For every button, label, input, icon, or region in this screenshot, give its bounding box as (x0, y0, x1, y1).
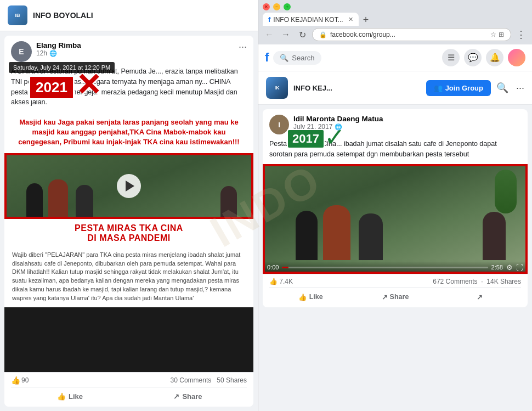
right-share-label: Share (390, 293, 409, 301)
comments-count: 30 Comments (171, 376, 212, 384)
pesta-title-line2: DI MASA PANDEMI (13, 233, 245, 243)
right-post: I Idil Maronta Daeng Matua July 21, 2017… (263, 109, 528, 307)
left-header-title: INFO BOYOLALI (33, 11, 93, 20)
new-tab-button[interactable]: + (360, 14, 372, 26)
search-placeholder: Search (292, 54, 314, 62)
join-group-label: Join Group (445, 84, 483, 92)
post-more[interactable]: ··· (239, 41, 247, 53)
right-comments: 672 Comments (433, 278, 477, 285)
right-reactions-count: 7.4K (279, 278, 293, 285)
right-external-button[interactable]: ↗ (439, 290, 521, 304)
bookmark-icon[interactable]: ☆ (490, 31, 496, 38)
x-mark: ✕ (76, 70, 101, 100)
post-meta: Elang Rimba 12h 🌐 (36, 41, 234, 57)
post-body-text: Wajib diberi "PELAJARAN" para TKA cina p… (4, 247, 253, 308)
left-post-container: E Elang Rimba 12h 🌐 ··· Saturday, July 2… (4, 36, 253, 407)
bell-icon[interactable]: 🔔 (486, 49, 503, 66)
post-footer: 👍 90 30 Comments 50 Shares 👍 Like (4, 372, 253, 407)
group-icon-left: IB (8, 5, 27, 25)
post-author: Elang Rimba (36, 41, 234, 49)
right-figure-3 (359, 213, 383, 260)
right-share-button[interactable]: ↗ Share (354, 290, 436, 304)
share-icon: ↗ (173, 392, 179, 401)
like-button[interactable]: 👍 Like (11, 390, 129, 403)
plant-deco (495, 170, 517, 213)
refresh-button[interactable]: ↻ (296, 28, 309, 41)
right-figure-4 (483, 212, 506, 260)
facebook-tab-icon: f (268, 15, 270, 24)
video-overlay: 0:00 2:58 ⚙ ⛶ (263, 261, 528, 274)
url-text: facebook.com/group... (330, 31, 487, 38)
year-badge-green: 2017 (287, 129, 325, 149)
facebook-logo: f (265, 50, 269, 65)
user-avatar[interactable] (508, 49, 525, 66)
like-icon: 👍 (57, 392, 66, 401)
right-like-label: Like (309, 293, 323, 301)
play-button[interactable] (117, 174, 141, 198)
video-settings-icon[interactable]: ⚙ (506, 263, 513, 272)
group-search-button[interactable]: 🔍 (496, 82, 508, 94)
browser-tab-active[interactable]: f INFO KEJADIAN KOT... ✕ (263, 13, 359, 26)
url-bar-icons: ☆ ⊞ (490, 31, 504, 38)
reactions-bar: 👍 90 30 Comments 50 Shares (11, 376, 247, 385)
maximize-button[interactable]: + (284, 3, 291, 10)
fb-content: f 🔍 Search ☰ 💬 🔔 IK INFO KEJ... (258, 44, 532, 411)
right-like-button[interactable]: 👍 Like (269, 290, 352, 304)
right-figure-2 (323, 205, 350, 260)
video-progress-fill (282, 267, 288, 268)
reactions-icons: 👍 90 (11, 376, 29, 385)
join-icon: 👥 (434, 84, 443, 92)
right-video-thumbnail[interactable]: 0:00 2:58 ⚙ ⛶ (263, 164, 528, 274)
right-shares: 14K Shares (486, 278, 521, 285)
post-header: E Elang Rimba 12h 🌐 ··· Saturday, July 2… (4, 36, 253, 65)
browser-more-button[interactable]: ⋮ (514, 28, 528, 41)
search-icon: 🔍 (280, 54, 288, 62)
extension-icon[interactable]: ⊞ (499, 31, 504, 38)
like-reaction: 👍 (269, 278, 278, 285)
video-progress-bar[interactable] (282, 267, 488, 268)
like-reaction-icon: 👍 (11, 376, 20, 385)
pesta-title-line1: PESTA MIRAS TKA CINA (13, 223, 245, 233)
join-group-button[interactable]: 👥 Join Group (426, 80, 491, 96)
check-mark: ✓ (324, 125, 346, 150)
tab-close-icon[interactable]: ✕ (348, 16, 353, 23)
fb-search-box[interactable]: 🔍 Search (273, 51, 321, 65)
close-button[interactable]: ✕ (263, 3, 270, 10)
video-time: 0:00 (267, 264, 279, 271)
year-badge-red: 2021 (29, 75, 75, 100)
red-banner-text: Masjid kau Jaga pakai senjata laras panj… (13, 117, 245, 148)
messenger-icon[interactable]: 💬 (464, 49, 482, 66)
right-action-bar: 👍 Like ↗ Share ↗ (269, 288, 521, 304)
post-image-card: Masjid kau Jaga pakai senjata laras panj… (4, 112, 253, 372)
right-avatar: I (269, 115, 289, 134)
shares-count: 50 Shares (217, 376, 247, 384)
share-button[interactable]: ↗ Share (129, 390, 247, 403)
action-bar: 👍 Like ↗ Share (11, 387, 247, 403)
right-post-author: Idil Maronta Daeng Matua (293, 115, 521, 123)
like-label: Like (69, 392, 83, 401)
left-panel: IB INFO BOYOLALI E Elang Rimba 12h 🌐 ···… (0, 0, 258, 411)
red-text-banner: Masjid kau Jaga pakai senjata laras panj… (4, 112, 253, 153)
right-panel: ✕ − + f INFO KEJADIAN KOT... ✕ + ← → ↻ 🔒… (258, 0, 532, 411)
browser-chrome: ✕ − + f INFO KEJADIAN KOT... ✕ + ← → ↻ 🔒… (258, 0, 532, 44)
menu-icon[interactable]: ☰ (442, 49, 460, 66)
back-button[interactable]: ← (263, 28, 276, 41)
forward-button[interactable]: → (279, 28, 292, 41)
right-reactions-left: 👍 7.4K (269, 278, 293, 285)
tab-title: INFO KEJADIAN KOT... (273, 16, 343, 24)
right-like-icon: 👍 (298, 293, 307, 301)
browser-titlebar: ✕ − + (258, 0, 532, 13)
right-reactions: 👍 7.4K 672 Comments · 14K Shares (269, 278, 521, 285)
fullscreen-icon[interactable]: ⛶ (516, 263, 523, 272)
minimize-button[interactable]: − (273, 3, 280, 10)
right-figure-1 (296, 211, 318, 260)
comments-shares: 30 Comments 50 Shares (171, 376, 247, 384)
globe-icon: 🌐 (49, 50, 57, 57)
avatar: E (11, 41, 32, 62)
video-thumbnail-left[interactable] (4, 153, 253, 219)
url-bar[interactable]: 🔒 facebook.com/group... ☆ ⊞ (312, 28, 511, 41)
group-more-button[interactable]: ··· (516, 82, 524, 94)
share-label: Share (182, 392, 202, 401)
right-post-header: I Idil Maronta Daeng Matua July 21, 2017… (263, 109, 528, 138)
reactions-count: 90 (21, 376, 29, 384)
